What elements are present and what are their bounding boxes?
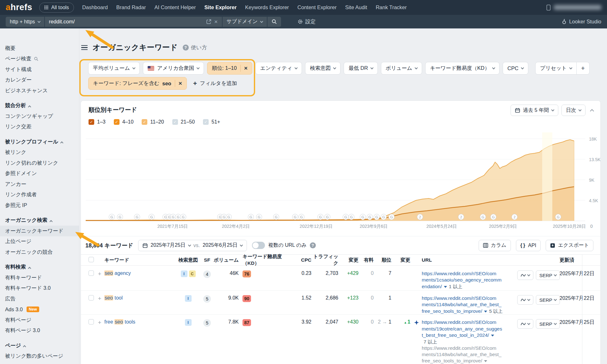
col-updated[interactable]: 更新済 xyxy=(558,257,601,264)
col-change[interactable]: 変更 xyxy=(338,257,359,264)
preset-dropdown[interactable]: プリセット xyxy=(536,62,576,74)
google-update-marker[interactable]: G xyxy=(389,214,395,220)
sidebar-item[interactable]: オーガニックキーワード xyxy=(0,226,79,236)
google-update-marker[interactable]: G xyxy=(555,214,561,220)
sidebar-item[interactable]: ビジネスチャンス xyxy=(0,85,79,96)
position-range-checkbox[interactable]: 11–20 xyxy=(142,119,164,125)
google-update-marker[interactable]: G xyxy=(256,214,262,220)
url-dropdown-icon[interactable] xyxy=(444,286,447,288)
add-to-list-icon[interactable]: + xyxy=(98,270,101,277)
sidebar-item[interactable]: 広告 xyxy=(0,294,79,304)
row-checkbox[interactable] xyxy=(89,270,94,276)
google-update-marker[interactable]: G xyxy=(374,214,380,220)
sidebar-item[interactable]: カレンダー xyxy=(0,75,79,86)
url-line[interactable]: https://www.reddit.com/r/SEO/com xyxy=(422,270,513,277)
col-intent[interactable]: 検索意図 xyxy=(175,257,201,264)
secondary-url-line[interactable]: https://www.reddit.com/r/SEO/com xyxy=(422,345,513,351)
top-nav-item[interactable]: Content Explorer xyxy=(297,4,337,10)
google-update-marker[interactable]: G xyxy=(248,214,254,220)
keyword-link[interactable]: free seo tools xyxy=(104,319,135,325)
account-menu[interactable] xyxy=(546,4,601,11)
secondary-url-line[interactable]: ments/1148wbc/what_are_the_best_ xyxy=(422,351,513,358)
google-update-marker[interactable]: G xyxy=(343,214,349,220)
col-cpc[interactable]: CPC xyxy=(289,257,311,263)
url-link[interactable]: t_best_free_seo_tool_in_2024/ xyxy=(422,332,489,338)
chevron-up-icon[interactable] xyxy=(50,217,52,223)
sidebar-item[interactable]: リンク切れの被リンク xyxy=(0,158,79,168)
url-dropdown-icon[interactable] xyxy=(491,335,494,337)
url-dropdown-icon[interactable] xyxy=(484,311,487,312)
remove-filter-icon[interactable]: × xyxy=(179,80,182,87)
target-url-input[interactable] xyxy=(49,19,203,25)
scope-dropdown[interactable]: サブドメイン xyxy=(223,17,267,27)
clear-input-icon[interactable]: × xyxy=(214,18,218,25)
filter-dropdown[interactable]: 最低 DR xyxy=(344,62,377,75)
google-update-marker[interactable]: 2 xyxy=(417,214,423,220)
filter-country-dropdown[interactable]: アメリカ合衆国 xyxy=(143,62,204,75)
google-update-marker[interactable]: G xyxy=(381,214,387,220)
sidebar-item[interactable]: オーガニックの競合 xyxy=(0,247,79,258)
date-compare-dropdown[interactable]: 2025年7月25日 vs. 2025年6月25日 xyxy=(138,240,247,251)
sidebar-item[interactable]: ページ xyxy=(0,340,79,351)
protocol-dropdown[interactable]: http + https xyxy=(6,17,44,27)
sidebar-item[interactable]: 有料キーワード xyxy=(0,272,79,283)
top-nav-item[interactable]: Rank Tracker xyxy=(376,4,407,10)
looker-studio-button[interactable]: Looker Studio xyxy=(562,19,601,25)
google-update-marker[interactable]: G xyxy=(180,214,186,220)
col-keyword[interactable]: キーワード xyxy=(104,257,175,264)
google-update-marker[interactable]: G xyxy=(273,214,279,220)
sidebar-item[interactable]: コンテンツギャップ xyxy=(0,111,79,122)
col-url[interactable]: URL xyxy=(422,257,513,263)
filter-dropdown[interactable]: ボリューム xyxy=(381,62,422,75)
sidebar-item[interactable]: 有料ページ 3.0 xyxy=(0,325,79,336)
url-line[interactable]: ments/1csaoiu/seo_agency_recomm xyxy=(422,277,513,283)
serp-button[interactable]: SERP xyxy=(536,295,560,305)
position-range-checkbox[interactable]: 1–3 xyxy=(89,119,106,125)
url-link[interactable]: free_seo_tools_to_improve/ xyxy=(422,308,482,314)
filter-keyword-chip[interactable]: キーワード: フレーズを含むseo× xyxy=(88,77,187,90)
sidebar-item[interactable]: 参照ドメイン xyxy=(0,168,79,179)
sidebar-item[interactable]: アンカー xyxy=(0,179,79,190)
sidebar-item[interactable]: 参照元 IP xyxy=(0,200,79,211)
serp-button[interactable]: SERP xyxy=(536,319,560,329)
col-paid[interactable]: 有料 xyxy=(359,257,374,264)
chevron-up-icon[interactable] xyxy=(61,139,63,145)
chevron-up-icon[interactable] xyxy=(28,103,31,109)
url-line[interactable]: ments/1148wbc/what_are_the_best_ xyxy=(422,301,513,308)
keyword-link[interactable]: seo agency xyxy=(104,270,131,276)
google-update-marker[interactable]: G xyxy=(298,214,304,220)
columns-button[interactable]: カラム xyxy=(479,240,511,251)
col-kd[interactable]: キーワード難易度（KD） xyxy=(239,253,289,267)
select-all-checkbox[interactable] xyxy=(89,257,94,262)
filter-dropdown[interactable]: キーワード難易度（KD） xyxy=(425,62,500,75)
google-update-marker[interactable]: G xyxy=(134,214,140,220)
filter-avg-volume-dropdown[interactable]: 平均ボリューム xyxy=(88,62,140,75)
google-update-marker[interactable]: G xyxy=(149,214,155,220)
how-to-use-link[interactable]: 使い方 xyxy=(183,44,207,51)
google-update-marker[interactable]: G xyxy=(317,214,323,220)
google-update-marker[interactable]: G xyxy=(109,214,115,220)
sidebar-item[interactable]: 有料検索 xyxy=(0,262,79,273)
position-range-checkbox[interactable]: 51+ xyxy=(203,119,220,125)
sidebar-item[interactable]: リンク交差 xyxy=(0,122,79,132)
url-link[interactable]: endation/ xyxy=(422,284,442,289)
position-range-checkbox[interactable]: 4–10 xyxy=(114,119,134,125)
top-nav-item[interactable]: Keywords Explorer xyxy=(245,4,289,10)
row-checkbox[interactable] xyxy=(89,319,94,325)
filter-dropdown[interactable]: CPC xyxy=(503,62,528,75)
sidebar-item[interactable]: Ads 3.0 New xyxy=(0,304,79,315)
positions-chart[interactable]: GGGGGGGGGGGGGGGGGGGGGGGGGG22GG2G 2021年7月… xyxy=(86,132,585,230)
chevron-up-icon[interactable] xyxy=(23,343,26,349)
search-button[interactable] xyxy=(267,17,281,27)
multiple-urls-toggle[interactable] xyxy=(252,242,265,249)
google-update-marker[interactable]: 2 xyxy=(512,214,518,220)
top-nav-item[interactable]: Dashboard xyxy=(82,4,108,10)
collapse-sidebar-icon[interactable] xyxy=(81,45,88,50)
sidebar-item[interactable]: 被リンク数の多いページ xyxy=(0,351,79,362)
settings-button[interactable]: 設定 xyxy=(297,18,316,25)
sidebar-item[interactable]: 上位ページ xyxy=(0,236,79,247)
google-update-marker[interactable]: G xyxy=(324,214,330,220)
google-update-marker[interactable]: G xyxy=(360,214,366,220)
sidebar-item[interactable]: サイト構成 xyxy=(0,64,79,75)
col-position[interactable]: 順位 xyxy=(374,257,391,264)
